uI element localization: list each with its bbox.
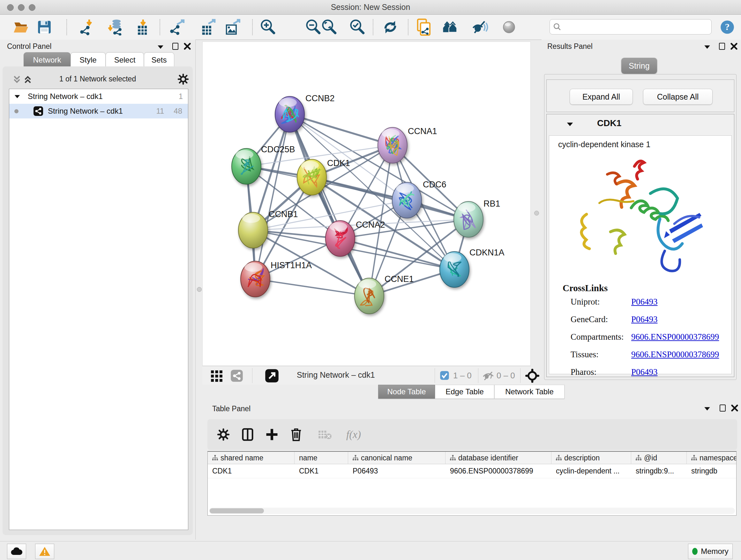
collapse-all-button[interactable]: Collapse All	[643, 89, 713, 105]
control-panel-menu-icon[interactable]	[157, 45, 164, 51]
grid-view-icon[interactable]	[211, 370, 223, 382]
table-horizontal-scrollbar[interactable]	[209, 508, 735, 514]
protein-structure-image	[569, 155, 710, 280]
network-row[interactable]: String Network – cdk1 11 48	[9, 104, 188, 118]
zoom-out-icon[interactable]	[305, 18, 322, 36]
expand-all-icon[interactable]	[23, 75, 32, 84]
columns-icon[interactable]	[239, 426, 256, 443]
column-header-database-identifier[interactable]: database identifier	[446, 452, 551, 464]
fullscreen-arrow-icon[interactable]	[265, 369, 279, 383]
apply-layout-icon[interactable]	[382, 18, 399, 36]
cell--id[interactable]: stringdb:9...	[631, 464, 687, 478]
node-CCNA1[interactable]	[378, 127, 407, 163]
protein-collapse-icon[interactable]	[566, 122, 574, 128]
cell-canonical-name[interactable]: P06493	[348, 464, 446, 478]
import-table-icon[interactable]	[133, 18, 151, 36]
node-CDC25B[interactable]	[232, 148, 261, 184]
tab-sets[interactable]: Sets	[144, 52, 174, 67]
node-CCNB2[interactable]	[275, 97, 305, 132]
crosslink-label: GeneCard:	[570, 314, 608, 324]
crosslink-link[interactable]: P06493	[631, 314, 658, 324]
column-header-name[interactable]: name	[294, 452, 348, 464]
crosslink-link[interactable]: 9606.ENSP00000378699	[631, 332, 719, 342]
node-table[interactable]: shared namenamecanonical namedatabase id…	[207, 451, 737, 516]
network-from-selection-icon[interactable]	[415, 18, 433, 36]
column-header-namespace[interactable]: namespace	[687, 452, 737, 464]
control-panel-float-icon[interactable]	[172, 43, 179, 50]
birds-eye-view-icon[interactable]	[500, 18, 518, 36]
tab-string[interactable]: String	[621, 58, 657, 74]
network-collection-row[interactable]: String Network – cdk1 1	[9, 89, 188, 104]
tab-node-table[interactable]: Node Table	[378, 385, 435, 399]
gear-icon[interactable]	[215, 426, 232, 443]
crosslink-link[interactable]: 9606.ENSP00000378699	[631, 350, 719, 360]
add-column-icon[interactable]	[264, 426, 280, 443]
tab-style[interactable]: Style	[71, 52, 106, 67]
save-session-icon[interactable]	[36, 18, 53, 36]
selected-checkbox-icon[interactable]	[440, 371, 449, 380]
tab-network[interactable]: Network	[23, 52, 71, 67]
results-panel-float-icon[interactable]	[719, 43, 725, 50]
node-CCNA2[interactable]	[326, 221, 355, 256]
control-panel-close-icon[interactable]	[184, 43, 191, 50]
warning-icon[interactable]	[35, 544, 54, 559]
cell-namespace[interactable]: stringdb	[687, 464, 737, 478]
cell-name[interactable]: CDK1	[294, 464, 348, 478]
hide-graphics-details-icon[interactable]	[472, 18, 489, 36]
node-RB1[interactable]	[454, 201, 483, 237]
node-label-RB1: RB1	[483, 199, 500, 208]
import-network-file-icon[interactable]	[78, 18, 96, 36]
table-panel-menu-icon[interactable]	[704, 407, 711, 412]
zoom-selected-icon[interactable]	[348, 18, 366, 36]
tab-edge-table[interactable]: Edge Table	[435, 385, 494, 399]
expand-all-button[interactable]: Expand All	[569, 89, 633, 105]
collapse-all-icon[interactable]	[12, 75, 22, 84]
table-toolbar: f(x)	[207, 419, 737, 450]
table-panel-close-icon[interactable]	[731, 405, 738, 412]
open-session-icon[interactable]	[12, 18, 29, 36]
tree-expand-icon[interactable]	[15, 95, 20, 98]
node-label-HIST1H1A: HIST1H1A	[271, 260, 312, 270]
shared-column-icon	[353, 455, 358, 461]
column-header-canonical-name[interactable]: canonical name	[348, 452, 446, 464]
network-canvas[interactable]: CCNB2CCNA1CDC25BCDK1CDC6RB1CCNB1CCNA2CDK…	[202, 42, 531, 366]
table-panel-float-icon[interactable]	[720, 405, 726, 412]
crosslink-link[interactable]: P06493	[631, 367, 658, 377]
results-panel-menu-icon[interactable]	[704, 45, 711, 51]
search-input[interactable]	[561, 20, 711, 34]
share-network-icon[interactable]	[230, 369, 243, 382]
cell-shared-name[interactable]: CDK1	[208, 464, 294, 478]
node-CDC6[interactable]	[392, 182, 421, 218]
first-neighbors-icon[interactable]	[442, 18, 459, 36]
help-icon[interactable]: ?	[719, 18, 736, 36]
node-CDKN1A[interactable]	[440, 252, 469, 287]
memory-button[interactable]: Memory	[688, 544, 733, 559]
node-CCNE1[interactable]	[354, 278, 384, 314]
column-header--id[interactable]: @id	[631, 452, 687, 464]
table-row[interactable]: CDK1CDK1P064939606.ENSP00000378699cyclin…	[208, 464, 736, 478]
cell-database-identifier[interactable]: 9606.ENSP00000378699	[446, 464, 551, 478]
column-header-description[interactable]: description	[551, 452, 631, 464]
left-splitter-grip[interactable]	[197, 287, 202, 292]
cell-description[interactable]: cyclin-dependent ...	[551, 464, 631, 478]
node-HIST1H1A[interactable]	[241, 261, 270, 297]
tab-network-table[interactable]: Network Table	[494, 385, 564, 399]
delete-icon[interactable]	[288, 426, 305, 443]
export-image-icon[interactable]	[223, 18, 241, 36]
cloud-icon[interactable]	[7, 544, 26, 559]
crosslink-link[interactable]: P06493	[631, 297, 658, 307]
zoom-in-icon[interactable]	[259, 18, 276, 36]
scrollbar-thumb[interactable]	[210, 508, 264, 513]
fit-selected-crosshair-icon[interactable]	[525, 369, 539, 383]
gear-icon[interactable]	[178, 73, 189, 85]
node-CCNB1[interactable]	[239, 212, 268, 248]
tab-select[interactable]: Select	[106, 52, 144, 67]
import-network-database-icon[interactable]	[107, 18, 125, 36]
results-panel-close-icon[interactable]	[731, 43, 738, 50]
fit-content-icon[interactable]	[320, 18, 338, 36]
column-header-shared-name[interactable]: shared name	[208, 452, 294, 464]
node-CDK1[interactable]	[297, 159, 327, 195]
export-table-icon[interactable]	[199, 18, 216, 36]
export-network-icon[interactable]	[169, 18, 186, 36]
right-splitter-grip[interactable]	[534, 211, 539, 215]
